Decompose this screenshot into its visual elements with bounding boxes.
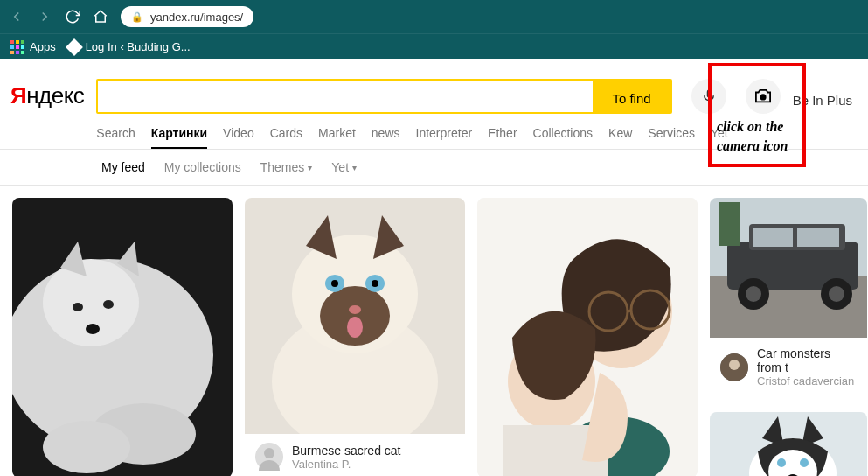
subnav-themes-label: Themes [260,160,305,174]
image-card-husky[interactable] [710,412,867,476]
thumb-car [710,198,867,338]
search-input[interactable] [98,80,593,112]
tab-search[interactable]: Search [96,126,135,140]
tab-collections[interactable]: Collections [533,126,593,140]
tab-cards[interactable]: Cards [270,126,302,140]
tab-news[interactable]: news [372,126,400,140]
bookmark-icon [66,38,83,56]
url-text: yandex.ru/images/ [150,10,243,24]
find-button-arrow [670,80,672,114]
svg-point-21 [331,280,338,287]
chevron-down-icon: ▾ [308,163,312,172]
svg-point-25 [264,448,274,458]
tab-services[interactable]: Services [648,126,695,140]
svg-point-9 [103,300,114,309]
logo-rest: ндекс [26,82,84,108]
subnav-yet-label: Yet [331,160,349,174]
svg-point-10 [86,324,100,334]
annotation-callout: click on the camera icon [708,63,806,167]
image-card-people[interactable] [477,198,698,476]
svg-point-8 [73,303,83,312]
image-card-wolves[interactable] [12,198,233,476]
svg-point-47 [729,360,740,370]
thumb-cat [245,198,465,434]
card-author: Cristof cadavercian [757,374,857,388]
svg-point-42 [746,286,761,302]
tab-images[interactable]: Картинки [151,126,207,149]
back-icon[interactable] [9,9,24,24]
card-title: Car monsters from t [757,346,857,374]
thumb-husky [710,412,867,476]
svg-point-23 [349,305,361,314]
svg-rect-39 [753,228,793,247]
thumb-wolves [12,198,233,476]
subnav-my-feed[interactable]: My feed [101,160,145,174]
address-bar[interactable]: 🔒 yandex.ru/images/ [121,6,253,27]
image-grid: Burmese sacred cat Valentina P. [0,186,868,476]
thumb-people [477,198,698,476]
author-avatar[interactable] [720,354,748,382]
bookmark-label: Log In ‹ Budding G... [86,40,191,53]
svg-line-31 [628,311,631,312]
card-caption: Burmese sacred cat Valentina P. [245,434,465,476]
image-card-cat[interactable]: Burmese sacred cat Valentina P. [245,198,465,476]
svg-point-12 [43,421,130,473]
card-caption: Car monsters from t Cristof cadavercian [710,338,867,400]
logo-red-letter: Я [10,82,26,108]
svg-point-22 [372,280,378,287]
lock-icon: 🔒 [131,11,143,23]
card-title: Burmese sacred cat [292,444,401,458]
subnav-yet[interactable]: Yet▾ [331,160,357,174]
subnav-my-collections[interactable]: My collections [164,160,241,174]
tab-video[interactable]: Video [223,126,254,140]
author-avatar[interactable] [255,443,283,471]
svg-point-44 [829,286,844,302]
apps-shortcut[interactable]: Apps [10,40,56,54]
tab-kew[interactable]: Kew [608,126,632,140]
svg-point-54 [800,458,809,467]
image-card-car[interactable]: Car monsters from t Cristof cadavercian [710,198,867,400]
svg-point-24 [347,317,363,338]
chevron-down-icon: ▾ [352,163,357,172]
search-box: To find [96,79,671,114]
card-author: Valentina P. [292,458,401,471]
subnav-themes[interactable]: Themes▾ [260,160,313,174]
tab-ether[interactable]: Ether [488,126,517,140]
yandex-logo[interactable]: Яндекс [10,79,84,109]
home-icon[interactable] [93,9,108,24]
bookmarks-bar: Apps Log In ‹ Budding G... [0,33,868,60]
apps-label: Apps [30,40,56,53]
apps-icon [10,40,24,54]
reload-icon[interactable] [65,9,80,24]
browser-nav-bar: 🔒 yandex.ru/images/ [0,0,868,33]
svg-rect-45 [719,202,740,246]
svg-point-53 [777,458,786,467]
forward-icon[interactable] [37,9,52,24]
bookmark-login[interactable]: Log In ‹ Budding G... [68,40,191,53]
tab-market[interactable]: Market [318,126,356,140]
tab-interpreter[interactable]: Interpreter [416,126,473,140]
svg-rect-40 [797,228,839,247]
find-button[interactable]: To find [593,80,670,114]
